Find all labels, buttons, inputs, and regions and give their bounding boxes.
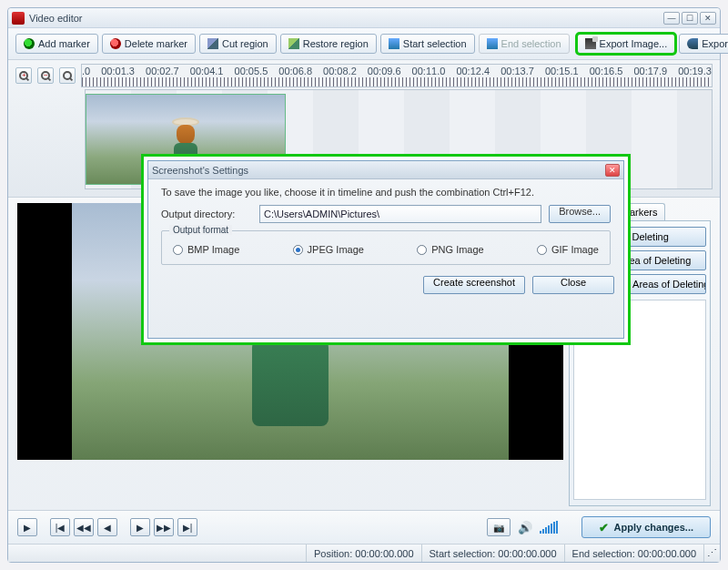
dialog-close-button[interactable]: Close [532, 276, 614, 294]
zoom-out-icon [41, 71, 50, 80]
output-format-group: Output format BMP Image JPEG Image PNG I… [161, 230, 611, 265]
screenshot-settings-dialog: Screenshot's Settings ✕ To save the imag… [147, 160, 624, 339]
zoom-fit-icon [63, 71, 72, 80]
play-button[interactable]: ▶ [17, 518, 37, 536]
cut-region-button[interactable]: Cut region [199, 34, 277, 54]
output-directory-input[interactable]: C:\Users\ADMIN\Pictures\ [259, 205, 541, 223]
close-button[interactable]: ✕ [700, 12, 716, 25]
dialog-title: Screenshot's Settings [152, 165, 248, 176]
dialog-instruction: To save the image you like, choose it in… [161, 187, 611, 198]
camera-icon [585, 38, 596, 49]
radio-icon [293, 245, 303, 255]
zoom-fit-button[interactable] [59, 67, 76, 84]
main-toolbar: Add marker Delete marker Cut region Rest… [8, 28, 720, 60]
apply-changes-button[interactable]: ✔Apply changes... [581, 516, 711, 538]
start-selection-button[interactable]: Start selection [380, 34, 475, 54]
delete-marker-button[interactable]: Delete marker [102, 34, 196, 54]
zoom-in-icon [19, 71, 28, 80]
output-format-legend: Output format [169, 225, 232, 235]
restore-icon [288, 38, 299, 49]
radio-jpeg[interactable]: JPEG Image [293, 244, 364, 255]
resize-grip[interactable]: ⋰ [703, 545, 720, 562]
browse-button[interactable]: Browse... [549, 205, 611, 223]
zoom-out-button[interactable] [37, 67, 54, 84]
radio-icon [417, 245, 427, 255]
radio-icon [537, 245, 547, 255]
speaker-icon[interactable]: 🔊 [518, 521, 532, 534]
minimize-button[interactable]: — [663, 12, 680, 25]
zoom-in-button[interactable] [15, 67, 32, 84]
radio-icon [173, 245, 183, 255]
timeline-ruler[interactable]: .000:01.300:02.700:04.100:05.500:06.800:… [81, 64, 713, 87]
go-start-button[interactable]: |◀ [50, 518, 70, 536]
radio-bmp[interactable]: BMP Image [173, 244, 239, 255]
audio-export-icon [687, 38, 698, 49]
maximize-button[interactable]: ☐ [682, 12, 698, 25]
add-marker-button[interactable]: Add marker [15, 34, 98, 54]
playback-controls: ▶ |◀ ◀◀ ◀ ▶ ▶▶ ▶| 📷 🔊 ✔Apply changes... [8, 510, 720, 544]
status-bar: Position: 00:00:00.000 Start selection: … [8, 544, 720, 562]
titlebar: Video editor — ☐ ✕ [8, 8, 720, 28]
marker-add-icon [24, 38, 35, 49]
rewind-button[interactable]: ◀◀ [74, 518, 94, 536]
radio-gif[interactable]: GIF Image [537, 244, 599, 255]
dialog-titlebar: Screenshot's Settings ✕ [148, 161, 623, 179]
screenshot-button[interactable]: 📷 [487, 518, 511, 536]
radio-png[interactable]: PNG Image [417, 244, 483, 255]
status-end: End selection: 00:00:00.000 [564, 545, 703, 562]
export-image-button[interactable]: Export Image... [577, 34, 676, 54]
step-fwd-button[interactable]: ▶ [130, 518, 150, 536]
forward-button[interactable]: ▶▶ [154, 518, 174, 536]
status-start: Start selection: 00:00:00.000 [421, 545, 564, 562]
go-end-button[interactable]: ▶| [177, 518, 197, 536]
restore-region-button[interactable]: Restore region [280, 34, 377, 54]
check-icon: ✔ [599, 521, 609, 534]
volume-slider[interactable] [540, 521, 558, 534]
screenshot-settings-highlight: Screenshot's Settings ✕ To save the imag… [144, 157, 628, 342]
app-icon [12, 12, 25, 25]
scissors-icon [207, 38, 218, 49]
create-screenshot-button[interactable]: Create screenshot [423, 276, 525, 294]
selection-end-icon [487, 38, 498, 49]
status-position: Position: 00:00:00.000 [306, 545, 421, 562]
export-audio-button[interactable]: Export Audio... [679, 34, 728, 54]
dialog-close-x[interactable]: ✕ [605, 164, 620, 177]
step-back-button[interactable]: ◀ [97, 518, 117, 536]
output-directory-label: Output directory: [161, 209, 252, 219]
marker-delete-icon [110, 38, 121, 49]
window-title: Video editor [29, 13, 663, 24]
end-selection-button: End selection [479, 34, 570, 54]
selection-start-icon [389, 38, 399, 49]
